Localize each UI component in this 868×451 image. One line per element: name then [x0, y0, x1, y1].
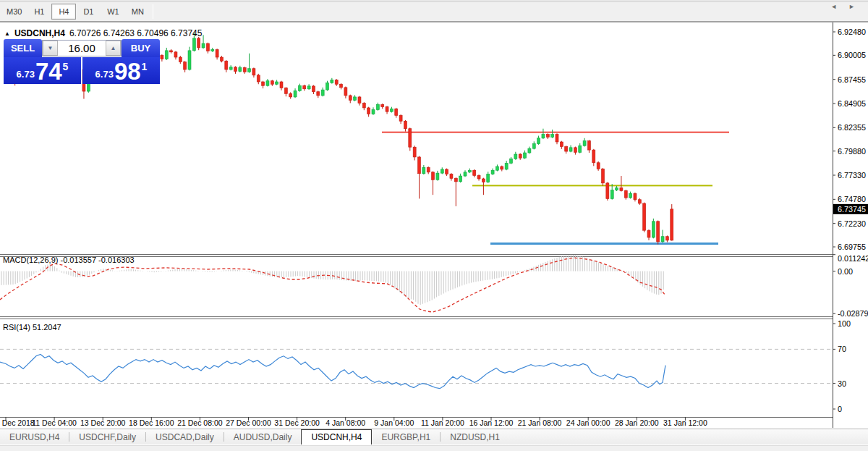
candle-body	[574, 148, 576, 153]
candle-body	[312, 86, 315, 92]
candle-body	[349, 96, 352, 101]
candle-body	[188, 51, 191, 69]
candle-body	[395, 109, 398, 115]
sell-price-display[interactable]: 6.73 74 5	[4, 57, 81, 84]
symbol-tab-bar: EURUSD,H4USDCHF,DailyUSDCAD,DailyAUDUSD,…	[0, 429, 868, 444]
chart-symbol-label: USDCNH,H4	[14, 28, 65, 38]
time-axis-label: 11 Jan 20:00	[421, 418, 464, 427]
volume-spinner: ▼ 16.00 ▲	[42, 40, 122, 56]
time-axis-label: 16 Jan 12:00	[469, 418, 514, 427]
chart-tab-eurgbp[interactable]: EURGBP,H1	[372, 429, 440, 444]
collapse-panel-icon[interactable]: ▲	[4, 30, 10, 37]
candle-body	[551, 135, 554, 138]
candle-body	[546, 135, 549, 138]
chart-tab-eurusd[interactable]: EURUSD,H4	[0, 429, 69, 444]
time-axis-label: 18 Dec 16:00	[129, 418, 174, 427]
candle-body	[587, 141, 590, 150]
candle-body	[276, 82, 278, 84]
chart-tab-usdchf[interactable]: USDCHF,Daily	[69, 429, 145, 444]
candle-body	[556, 135, 558, 142]
candle-body	[464, 172, 467, 176]
candle-body	[579, 146, 582, 152]
candle-body	[344, 88, 347, 96]
time-axis-label: 21 Dec 08:00	[177, 418, 223, 427]
price-axis-label: 6.82355	[838, 123, 866, 132]
candle-body	[477, 175, 480, 179]
candle-body	[220, 57, 223, 61]
price-axis-label: 6.87455	[838, 75, 866, 84]
candle-body	[560, 142, 563, 147]
time-axis-label: 4 Jan 08:00	[326, 418, 365, 427]
sell-price-pips: 74	[35, 61, 62, 83]
candle-body	[514, 154, 517, 159]
candle-body	[340, 84, 343, 88]
candle-body	[565, 147, 568, 152]
candle-body	[629, 193, 632, 198]
candle-body	[436, 173, 439, 180]
time-axis-label: 13 Dec 20:00	[80, 418, 126, 427]
candle-body	[202, 43, 205, 48]
candle-body	[454, 178, 457, 182]
candle-body	[597, 163, 600, 169]
chart-ohlc-values: 6.70726 6.74263 6.70496 6.73745	[69, 28, 203, 38]
volume-increase-button[interactable]: ▲	[106, 41, 121, 56]
tab-scroll-right-icon[interactable]: ►	[848, 3, 855, 10]
candle-body	[592, 150, 595, 163]
sell-button[interactable]: SELL	[4, 39, 42, 57]
candle-body	[165, 51, 168, 59]
chart-tab-audusd[interactable]: AUDUSD,Daily	[224, 429, 302, 444]
volume-decrease-button[interactable]: ▼	[43, 41, 58, 56]
chart-tab-usdcnh[interactable]: USDCNH,H4	[301, 429, 372, 444]
price-axis-border	[833, 22, 833, 428]
candle-body	[482, 179, 485, 182]
candle-body	[197, 38, 200, 48]
candle-body	[652, 222, 655, 237]
chart-top-border	[0, 22, 868, 22]
buy-price-display[interactable]: 6.73 98 1	[82, 57, 160, 84]
candle-body	[399, 115, 402, 121]
rsi-axis-label: 70	[838, 345, 846, 353]
price-axis-label: 6.79880	[838, 147, 866, 156]
candle-body	[537, 138, 540, 144]
candle-body	[569, 148, 572, 151]
tab-scroll-left-icon[interactable]: ◄	[830, 3, 837, 10]
candle-body	[317, 92, 320, 96]
candle-body	[216, 50, 218, 57]
candle-body	[459, 176, 462, 182]
candle-body	[354, 97, 357, 101]
candle-body	[606, 183, 609, 199]
buy-price-point: 1	[142, 61, 148, 72]
candle-body	[174, 52, 177, 57]
candle-body	[289, 93, 292, 97]
rsi-axis-label: 0	[838, 405, 842, 413]
rsi-axis-label: 100	[838, 319, 851, 328]
volume-input[interactable]: 16.00	[58, 41, 106, 56]
candle-body	[367, 108, 370, 114]
candle-body	[239, 67, 242, 71]
candle-body	[413, 147, 416, 157]
chart-tab-usdcad[interactable]: USDCAD,Daily	[146, 429, 224, 444]
candle-body	[252, 69, 255, 75]
candle-body	[624, 190, 627, 198]
pane-separator	[0, 316, 833, 317]
time-axis-label: 24 Jan 00:00	[566, 418, 610, 427]
candle-body	[510, 159, 513, 164]
candle-body	[532, 144, 535, 149]
candle-body	[386, 107, 388, 112]
time-axis-label: 31 Dec 20:00	[274, 418, 320, 427]
buy-button[interactable]: BUY	[122, 39, 160, 57]
sell-price-base: 6.73	[17, 69, 35, 80]
candle-body	[404, 121, 407, 128]
candle-body	[372, 110, 375, 114]
candle-body	[335, 80, 338, 84]
price-axis-label: 6.69755	[838, 243, 866, 251]
candle-body	[271, 81, 273, 85]
candle-body	[441, 169, 443, 173]
chart-tab-nzdusd[interactable]: NZDUSD,H1	[441, 429, 509, 444]
price-axis-label: 6.90005	[838, 51, 866, 59]
macd-axis-label: 0.00	[838, 267, 853, 276]
pane-separator	[0, 254, 833, 255]
candle-body	[647, 230, 650, 237]
rsi-indicator-label: RSI(14) 51.2047	[3, 323, 61, 332]
candle-body	[381, 104, 384, 106]
